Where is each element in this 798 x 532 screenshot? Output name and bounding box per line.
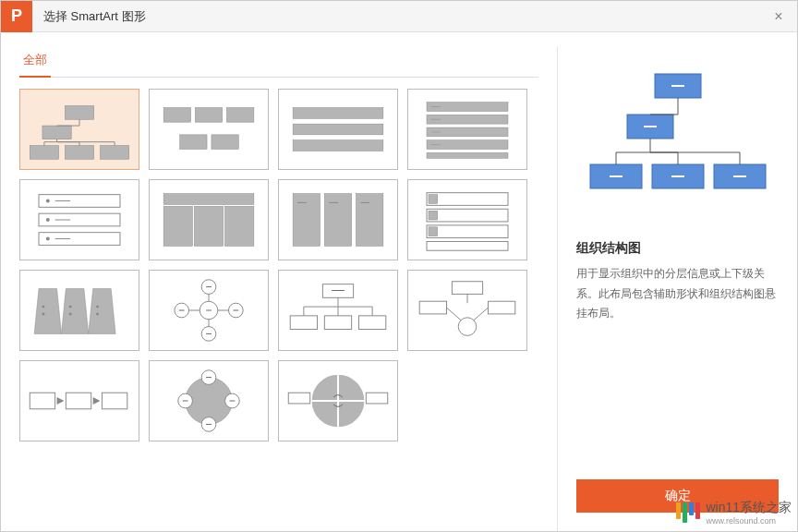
svg-rect-47 [429, 227, 438, 236]
smartart-vertical-list[interactable] [407, 89, 527, 170]
svg-rect-74 [358, 316, 385, 330]
svg-point-52 [42, 312, 44, 315]
close-button[interactable]: × [760, 1, 797, 32]
smartart-trapezoid[interactable] [19, 270, 139, 351]
svg-rect-23 [39, 213, 120, 226]
svg-point-26 [46, 218, 50, 222]
svg-rect-1 [42, 126, 71, 139]
svg-rect-43 [427, 225, 508, 238]
svg-rect-46 [429, 211, 438, 220]
smartart-radial[interactable] [149, 270, 269, 351]
window-title: 选择 SmartArt 图形 [43, 8, 760, 25]
svg-rect-7 [227, 108, 254, 123]
svg-rect-4 [100, 146, 128, 160]
svg-rect-12 [293, 140, 383, 151]
svg-rect-8 [180, 135, 207, 150]
svg-point-55 [96, 306, 99, 308]
svg-rect-31 [163, 194, 254, 205]
svg-rect-35 [293, 194, 320, 247]
svg-marker-84 [93, 397, 101, 405]
svg-point-27 [46, 237, 50, 241]
smartart-segmented-cycle[interactable] [278, 360, 398, 441]
smartart-list[interactable] [278, 89, 398, 170]
svg-rect-80 [30, 393, 54, 409]
svg-rect-10 [293, 108, 383, 119]
smartart-org-chart[interactable] [19, 89, 139, 170]
svg-point-51 [42, 306, 44, 308]
svg-point-53 [69, 306, 72, 308]
svg-rect-5 [163, 108, 190, 123]
svg-point-56 [96, 312, 99, 315]
svg-rect-17 [427, 152, 508, 158]
svg-rect-33 [194, 206, 223, 246]
svg-rect-2 [30, 146, 58, 160]
watermark: win11系统之家 www.relsound.com [676, 500, 792, 526]
smartart-blocks[interactable] [149, 89, 269, 170]
svg-marker-49 [61, 289, 88, 334]
svg-rect-32 [163, 206, 192, 246]
svg-marker-48 [34, 289, 61, 334]
svg-point-54 [69, 312, 72, 315]
svg-marker-83 [57, 397, 65, 405]
watermark-brand: win11系统之家 [706, 500, 792, 516]
svg-rect-95 [366, 393, 387, 404]
app-icon: P [1, 1, 32, 32]
titlebar: P 选择 SmartArt 图形 × [1, 1, 797, 32]
svg-rect-71 [322, 284, 353, 298]
svg-rect-72 [290, 316, 317, 330]
svg-rect-94 [288, 393, 309, 404]
smartart-process-arrow[interactable] [19, 360, 139, 441]
smartart-bullet-list[interactable] [19, 179, 139, 260]
svg-rect-0 [65, 106, 93, 120]
smartart-table-hierarchy[interactable] [149, 179, 269, 260]
svg-rect-37 [357, 194, 383, 247]
preview-pane [576, 46, 779, 231]
svg-rect-34 [225, 206, 254, 246]
smartart-grid [19, 89, 538, 441]
watermark-url: www.relsound.com [706, 516, 792, 526]
svg-rect-6 [195, 108, 222, 123]
svg-rect-11 [293, 124, 383, 135]
svg-rect-82 [102, 393, 127, 409]
smartart-circle-cycle[interactable] [149, 360, 269, 441]
svg-rect-76 [452, 282, 482, 295]
svg-rect-78 [488, 301, 514, 314]
svg-rect-9 [212, 135, 238, 150]
svg-rect-24 [39, 233, 120, 246]
svg-rect-3 [65, 146, 93, 160]
svg-rect-45 [429, 195, 438, 204]
svg-rect-73 [324, 316, 351, 330]
smartart-converging[interactable] [407, 270, 527, 351]
smartart-hierarchy-boxes[interactable] [278, 270, 398, 351]
svg-rect-77 [419, 301, 446, 314]
svg-rect-81 [66, 393, 91, 409]
smartart-picture-list[interactable] [407, 179, 527, 260]
tab-all[interactable]: 全部 [19, 46, 51, 78]
svg-marker-50 [89, 289, 115, 334]
category-tabs: 全部 [19, 46, 538, 78]
svg-rect-22 [39, 195, 120, 208]
svg-rect-42 [427, 209, 508, 222]
svg-rect-44 [427, 241, 508, 250]
svg-rect-41 [427, 193, 508, 206]
smartart-three-columns[interactable] [278, 179, 398, 260]
info-title: 组织结构图 [576, 240, 779, 257]
info-description: 用于显示组织中的分层信息或上下级关系。此布局包含辅助形状和组织结构图悬挂布局。 [576, 264, 779, 324]
svg-point-25 [46, 200, 50, 203]
svg-rect-36 [324, 194, 351, 247]
